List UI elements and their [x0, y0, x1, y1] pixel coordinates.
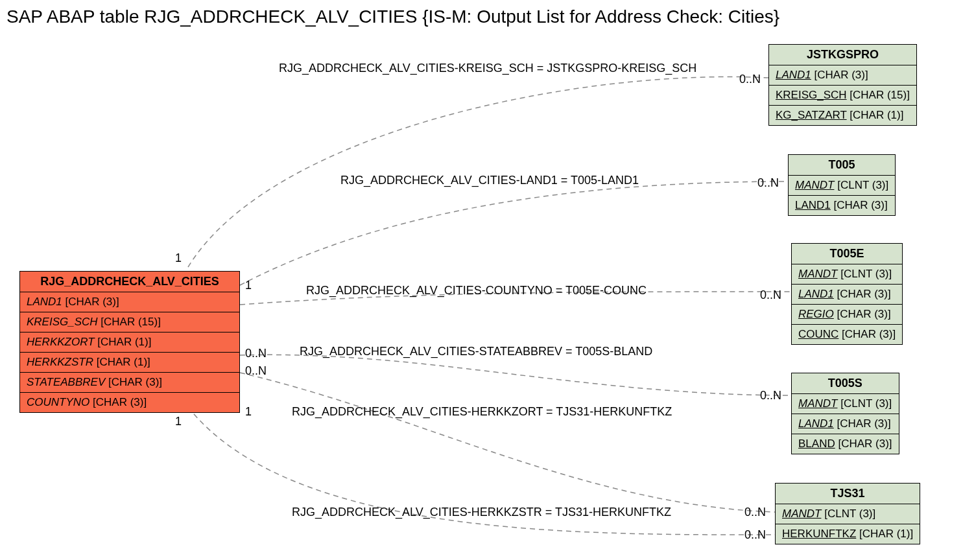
field-name: REGIO: [798, 308, 834, 320]
entity-ref-header: TJS31: [776, 484, 920, 504]
field-row: KREISG_SCH [CHAR (15)]: [769, 86, 916, 106]
field-row: COUNC [CHAR (3)]: [792, 325, 902, 344]
field-row: HERKKZSTR [CHAR (1)]: [20, 353, 239, 373]
relation-label: RJG_ADDRCHECK_ALV_CITIES-HERKKZSTR = TJS…: [292, 506, 671, 519]
entity-t005s: T005S MANDT [CLNT (3)] LAND1 [CHAR (3)] …: [791, 373, 899, 454]
cardinality-right: 0..N: [744, 528, 766, 542]
field-name: KREISG_SCH: [776, 89, 847, 101]
entity-t005e: T005E MANDT [CLNT (3)] LAND1 [CHAR (3)] …: [791, 243, 903, 345]
cardinality-left: 0..N: [245, 364, 267, 378]
field-name: LAND1: [798, 288, 834, 300]
entity-tjs31: TJS31 MANDT [CLNT (3)] HERKUNFTKZ [CHAR …: [775, 483, 920, 544]
field-row: BLAND [CHAR (3)]: [792, 434, 899, 454]
field-row: REGIO [CHAR (3)]: [792, 305, 902, 325]
field-type: [CHAR (15)]: [101, 316, 161, 328]
field-type: [CHAR (3)]: [837, 288, 891, 300]
field-name: MANDT: [798, 268, 837, 280]
field-row: HERKKZORT [CHAR (1)]: [20, 332, 239, 353]
field-row: KREISG_SCH [CHAR (15)]: [20, 312, 239, 332]
field-type: [CHAR (3)]: [108, 376, 162, 388]
field-row: MANDT [CLNT (3)]: [792, 394, 899, 414]
cardinality-left: 1: [175, 251, 182, 265]
field-type: [CHAR (15)]: [850, 89, 910, 101]
field-row: LAND1 [CHAR (3)]: [20, 292, 239, 312]
cardinality-left: 1: [175, 415, 182, 428]
field-type: [CHAR (1)]: [97, 336, 151, 348]
relation-label: RJG_ADDRCHECK_ALV_CITIES-STATEABBREV = T…: [300, 345, 652, 358]
cardinality-right: 0..N: [739, 73, 761, 86]
field-type: [CHAR (3)]: [842, 328, 896, 340]
field-name: COUNC: [798, 328, 838, 340]
entity-ref-header: T005: [789, 155, 895, 176]
field-row: LAND1 [CHAR (3)]: [769, 65, 916, 86]
field-row: COUNTYNO [CHAR (3)]: [20, 393, 239, 412]
field-row: MANDT [CLNT (3)]: [789, 176, 895, 196]
page-title: SAP ABAP table RJG_ADDRCHECK_ALV_CITIES …: [6, 6, 779, 27]
field-name: COUNTYNO: [27, 396, 89, 408]
field-row: STATEABBREV [CHAR (3)]: [20, 373, 239, 393]
entity-main: RJG_ADDRCHECK_ALV_CITIES LAND1 [CHAR (3)…: [19, 271, 240, 413]
cardinality-right: 0..N: [757, 176, 779, 190]
field-name: MANDT: [795, 179, 834, 191]
entity-main-header: RJG_ADDRCHECK_ALV_CITIES: [20, 272, 239, 292]
field-row: KG_SATZART [CHAR (1)]: [769, 106, 916, 125]
field-name: MANDT: [782, 508, 821, 520]
field-name: KG_SATZART: [776, 109, 847, 121]
field-type: [CHAR (3)]: [65, 296, 119, 308]
field-name: MANDT: [798, 397, 837, 410]
field-name: LAND1: [776, 69, 811, 81]
entity-t005: T005 MANDT [CLNT (3)] LAND1 [CHAR (3)]: [788, 154, 896, 216]
cardinality-right: 0..N: [760, 288, 781, 302]
relation-label: RJG_ADDRCHECK_ALV_CITIES-KREISG_SCH = JS…: [279, 62, 696, 75]
relation-label: RJG_ADDRCHECK_ALV_CITIES-HERKKZORT = TJS…: [292, 405, 672, 419]
field-name: LAND1: [798, 417, 834, 430]
cardinality-left: 1: [245, 405, 252, 419]
field-name: BLAND: [798, 438, 835, 450]
field-row: LAND1 [CHAR (3)]: [792, 414, 899, 434]
field-type: [CHAR (1)]: [850, 109, 903, 121]
field-type: [CHAR (1)]: [97, 356, 150, 368]
field-row: LAND1 [CHAR (3)]: [789, 196, 895, 215]
cardinality-left: 1: [245, 279, 252, 292]
cardinality-right: 0..N: [744, 506, 766, 519]
field-type: [CHAR (3)]: [837, 308, 891, 320]
field-type: [CHAR (3)]: [93, 396, 147, 408]
field-row: HERKUNFTKZ [CHAR (1)]: [776, 524, 920, 544]
field-name: HERKKZSTR: [27, 356, 93, 368]
field-name: HERKUNFTKZ: [782, 528, 856, 540]
field-type: [CHAR (1)]: [859, 528, 913, 540]
field-type: [CLNT (3)]: [840, 397, 892, 410]
field-type: [CHAR (3)]: [814, 69, 868, 81]
relation-label: RJG_ADDRCHECK_ALV_CITIES-COUNTYNO = T005…: [306, 284, 647, 298]
field-row: LAND1 [CHAR (3)]: [792, 285, 902, 305]
field-type: [CLNT (3)]: [824, 508, 875, 520]
field-row: MANDT [CLNT (3)]: [792, 264, 902, 285]
entity-ref-header: JSTKGSPRO: [769, 45, 916, 65]
cardinality-left: 0..N: [245, 347, 267, 360]
field-name: HERKKZORT: [27, 336, 95, 348]
field-name: STATEABBREV: [27, 376, 105, 388]
field-name: LAND1: [795, 199, 831, 211]
entity-ref-header: T005E: [792, 244, 902, 264]
cardinality-right: 0..N: [760, 389, 781, 402]
field-name: LAND1: [27, 296, 62, 308]
field-type: [CHAR (3)]: [838, 438, 892, 450]
entity-jstkgspro: JSTKGSPRO LAND1 [CHAR (3)] KREISG_SCH [C…: [768, 44, 917, 126]
relation-label: RJG_ADDRCHECK_ALV_CITIES-LAND1 = T005-LA…: [340, 174, 639, 187]
field-type: [CHAR (3)]: [837, 417, 891, 430]
entity-ref-header: T005S: [792, 373, 899, 394]
field-type: [CLNT (3)]: [837, 179, 888, 191]
field-type: [CLNT (3)]: [840, 268, 892, 280]
field-name: KREISG_SCH: [27, 316, 98, 328]
field-row: MANDT [CLNT (3)]: [776, 504, 920, 524]
field-type: [CHAR (3)]: [834, 199, 888, 211]
